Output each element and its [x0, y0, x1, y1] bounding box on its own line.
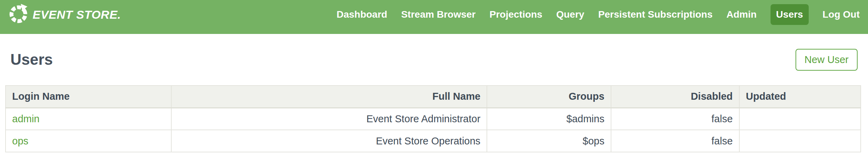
nav-item-users[interactable]: Users: [771, 4, 809, 25]
table-row: ops Event Store Operations $ops false: [6, 130, 861, 152]
cell-updated: [739, 108, 861, 130]
nav-item-log-out[interactable]: Log Out: [823, 9, 860, 20]
nav-item-persistent-subscriptions[interactable]: Persistent Subscriptions: [598, 9, 713, 20]
brand-logo[interactable]: EVENT STORE.: [8, 4, 121, 25]
column-header-updated: Updated: [739, 86, 861, 108]
table-row: admin Event Store Administrator $admins …: [6, 108, 861, 130]
table-header-row: Login Name Full Name Groups Disabled Upd…: [6, 86, 861, 108]
column-header-groups: Groups: [487, 86, 611, 108]
nav-item-admin[interactable]: Admin: [727, 9, 757, 20]
cell-full-name: Event Store Administrator: [171, 108, 487, 130]
cell-disabled: false: [611, 130, 739, 152]
cell-disabled: false: [611, 108, 739, 130]
user-link-admin[interactable]: admin: [12, 113, 40, 124]
cell-login-name: admin: [6, 108, 171, 130]
nav-item-stream-browser[interactable]: Stream Browser: [401, 9, 476, 20]
nav-item-query[interactable]: Query: [556, 9, 584, 20]
column-header-disabled: Disabled: [611, 86, 739, 108]
top-navbar: EVENT STORE. Dashboard Stream Browser Pr…: [0, 0, 868, 34]
page-header: Users New User: [0, 34, 868, 85]
cell-groups: $admins: [487, 108, 611, 130]
cell-full-name: Event Store Operations: [171, 130, 487, 152]
nav-item-projections[interactable]: Projections: [489, 9, 542, 20]
user-link-ops[interactable]: ops: [12, 135, 28, 146]
nav-item-dashboard[interactable]: Dashboard: [336, 9, 387, 20]
brand-name: EVENT STORE.: [33, 8, 121, 21]
cell-login-name: ops: [6, 130, 171, 152]
new-user-button[interactable]: New User: [796, 49, 858, 71]
cell-updated: [739, 130, 861, 152]
page-title: Users: [10, 51, 53, 68]
cell-groups: $ops: [487, 130, 611, 152]
column-header-login-name: Login Name: [6, 86, 171, 108]
main-nav: Dashboard Stream Browser Projections Que…: [336, 4, 860, 25]
users-table: Login Name Full Name Groups Disabled Upd…: [5, 85, 861, 152]
event-store-cycle-icon: [8, 4, 28, 25]
column-header-full-name: Full Name: [171, 86, 487, 108]
